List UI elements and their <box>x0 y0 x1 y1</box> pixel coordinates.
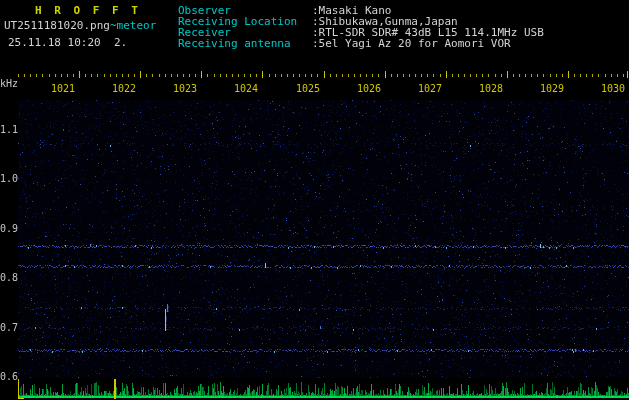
freq-tick-label: 1.0 <box>0 173 17 185</box>
app-title: H R O F F T <box>35 5 141 17</box>
time-tick-label: 1025 <box>292 83 320 95</box>
freq-tick-label: 0.6 <box>0 371 17 383</box>
field-label-antenna: Receiving antenna <box>178 38 291 50</box>
time-tick-label: 1028 <box>475 83 503 95</box>
time-tick-label: 1030 <box>597 83 625 95</box>
meteor-label: ~meteor <box>110 19 156 32</box>
hrofft-screen: H R O F F T UT2511181020.png~meteor 25.1… <box>0 0 629 400</box>
field-value-antenna: :5el Yagi Az 20 for Aomori VOR <box>312 38 511 50</box>
time-tick-label: 1023 <box>169 83 197 95</box>
filename-label: UT2511181020.png~meteor <box>4 20 156 32</box>
time-tick-label: 1022 <box>108 83 136 95</box>
freq-tick-label: 0.9 <box>0 223 17 235</box>
datetime-label: 25.11.18 10:20 2. <box>8 37 127 49</box>
time-tick-label: 1024 <box>230 83 258 95</box>
freq-tick-label: 0.8 <box>0 272 17 284</box>
time-tick-label: 1027 <box>414 83 442 95</box>
filename-text: UT2511181020.png <box>4 19 110 32</box>
freq-tick-label: 0.7 <box>0 322 17 334</box>
time-tick-label: 1021 <box>47 83 75 95</box>
spectrogram-canvas <box>0 0 629 400</box>
khz-axis-label: kHz <box>0 78 18 90</box>
freq-tick-label: 1.1 <box>0 124 17 136</box>
time-tick-label: 1029 <box>536 83 564 95</box>
time-tick-label: 1026 <box>353 83 381 95</box>
